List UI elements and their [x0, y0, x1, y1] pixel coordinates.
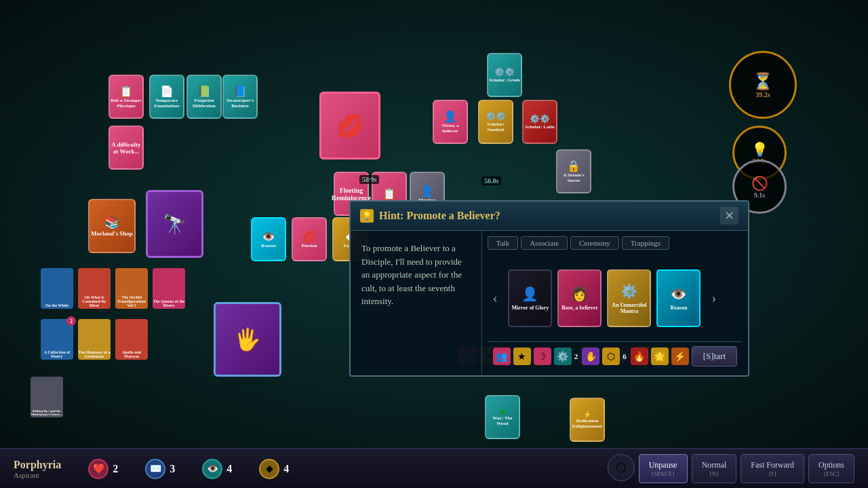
- card-telescope[interactable]: 🔭: [146, 190, 203, 258]
- normal-button[interactable]: Normal [N]: [692, 454, 737, 483]
- card-hand[interactable]: 🖐️: [214, 302, 281, 377]
- hint-icon-hand: ✋: [582, 348, 599, 365]
- player-title: Aspirant: [14, 471, 61, 479]
- hint-card-mirror[interactable]: 👤 Mirror of Glory: [508, 269, 552, 327]
- book-contained[interactable]: On What is Contained By Silver: [78, 268, 111, 309]
- card-sexton-secret[interactable]: 🔒 A Sexton's Secret: [556, 149, 591, 193]
- card-passion-board[interactable]: 💋 Passion: [292, 217, 327, 261]
- hint-icon-bolt: ⚡: [671, 348, 689, 365]
- book-killing-rye[interactable]: Killing Rye and the Matrimony's Grove...: [31, 377, 63, 417]
- book-apollo[interactable]: Apollo and Marsyas: [115, 319, 148, 360]
- timer-float: 58·9s: [359, 175, 379, 184]
- passion-icon: ✉️: [145, 459, 165, 479]
- unpause-button[interactable]: Unpause [SPACE]: [639, 454, 688, 483]
- health-value: 2: [113, 463, 118, 475]
- bottom-bar: Porphyria Aspirant ❤️ 2 ✉️ 3 👁️ 4 ◆ 4 ⬡ …: [0, 448, 868, 488]
- hint-icon-yellow: ★: [513, 348, 531, 365]
- card-forgotten-mthbraism[interactable]: 📗 Forgotten Mthbraism: [186, 75, 222, 119]
- book-on-white[interactable]: On the White: [41, 268, 73, 309]
- funds-icon: ◆: [259, 459, 279, 479]
- hint-nav-right[interactable]: ›: [706, 288, 722, 309]
- tab-talk[interactable]: Talk: [488, 236, 518, 250]
- start-button[interactable]: [S]tart: [692, 346, 737, 367]
- health-icon: ❤️: [88, 459, 108, 479]
- card-morlands-shop[interactable]: 📚 Morland's Shop: [88, 199, 136, 253]
- player-info: Porphyria Aspirant: [14, 459, 61, 479]
- hint-modal: 💡 Hint: Promote a Believer? ✕ To promote…: [349, 200, 749, 377]
- card-lips[interactable]: 💋: [319, 92, 380, 159]
- card-reason-board[interactable]: 👁️ Reason: [251, 217, 286, 261]
- book-orchid[interactable]: The Orchid Transfigurations Vol 1: [115, 268, 148, 309]
- player-name: Porphyria: [14, 459, 61, 471]
- hint-body: To promote a Believer to a Disciple, I'l…: [351, 231, 748, 376]
- hint-cards-row: ‹ 👤 Mirror of Glory 👩 Rose, a believer ⚙…: [488, 255, 743, 341]
- stat-health: ❤️ 2: [88, 459, 118, 479]
- hint-nav-left[interactable]: ‹: [488, 288, 503, 309]
- card-victor[interactable]: 👤 Victor, a believer: [433, 100, 468, 144]
- book-poetry[interactable]: A Collection of Poetry 2: [41, 319, 73, 360]
- hint-icon-pink: 👥: [493, 348, 511, 365]
- hint-icon-moon: ☽: [534, 348, 551, 365]
- options-button[interactable]: Options [ESC]: [808, 454, 854, 483]
- fast-forward-button[interactable]: Fast Forward [F]: [741, 454, 804, 483]
- card-difficulty[interactable]: A difficulty at Work...: [108, 126, 144, 170]
- hint-cards-area: Talk Associate Ceremony Trappings ‹ 👤 Mi…: [482, 231, 748, 376]
- reason-icon: 👁️: [202, 459, 222, 479]
- button-bar: ⬡ Unpause [SPACE] Normal [N] Fast Forwar…: [608, 454, 854, 483]
- card-scholar-latin[interactable]: ⚙️⚙️ Scholar: Latin: [522, 100, 557, 144]
- card-dedication[interactable]: ⚡ Dedication Enlightenment: [570, 398, 605, 442]
- reason-value: 4: [226, 463, 232, 475]
- hint-card-mantra[interactable]: ⚙️ An Unmerciful Mantra: [607, 269, 651, 327]
- hint-title: Hint: Promote a Believer?: [379, 210, 500, 222]
- card-scholar-greek[interactable]: ⚙️⚙️ Scholar: Greek: [487, 53, 522, 97]
- stat-funds: ◆ 4: [259, 459, 289, 479]
- tab-trappings[interactable]: Trappings: [622, 236, 669, 250]
- timer-center: 56.0s: [481, 176, 501, 185]
- hint-icon-star2: 🌟: [651, 348, 669, 365]
- card-way-wood[interactable]: 🌲 Way: The Wood: [485, 395, 520, 439]
- hint-header: 💡 Hint: Promote a Believer? ✕: [351, 202, 748, 231]
- book-queens[interactable]: The Queens of the Rivers: [153, 268, 185, 309]
- hint-icon-hex: ⬡: [602, 348, 620, 365]
- card-scholar-sanskrit[interactable]: ⚙️⚙️ Scholar: Sanskrit: [478, 100, 513, 144]
- ritual-button[interactable]: ⬡: [608, 454, 635, 481]
- timer-hourglass: ⏳ 39.2s: [729, 51, 797, 119]
- hint-card-reason[interactable]: 👁️ Reason: [656, 269, 701, 327]
- hint-tabs: Talk Associate Ceremony Trappings: [488, 236, 743, 250]
- hint-text: To promote a Believer to a Disciple, I'l…: [351, 231, 482, 376]
- funds-value: 4: [283, 463, 289, 475]
- hint-count-1: 2: [574, 352, 578, 360]
- hint-close-button[interactable]: ✕: [720, 207, 738, 225]
- tab-ceremony[interactable]: Ceremony: [570, 236, 619, 250]
- hint-icon: 💡: [360, 209, 374, 223]
- tab-associate[interactable]: Associate: [521, 236, 568, 250]
- card-temporary-foundations[interactable]: 📄 Temporary Foundations: [149, 75, 184, 119]
- game-board: 📋 Belt a Stranger Physique 📄 Temporary F…: [0, 0, 868, 448]
- hint-bottom-row: 👥 ★ ☽ ⚙️ 2 ✋ ⬡ 6 🔥 🌟 ⚡ [S]tart: [488, 341, 743, 371]
- stat-passion: ✉️ 3: [145, 459, 175, 479]
- hint-icon-fire: 🔥: [631, 348, 648, 365]
- hint-icon-gear: ⚙️: [554, 348, 572, 365]
- card-stratocoper[interactable]: 📘 Stratocoper's Business: [222, 75, 258, 119]
- passion-value: 3: [170, 463, 175, 475]
- hint-count-2: 6: [623, 352, 627, 360]
- stat-reason: 👁️ 4: [202, 459, 232, 479]
- card-belt-physique[interactable]: 📋 Belt a Stranger Physique: [108, 75, 144, 119]
- book-humours[interactable]: The Humours of a Gentleman: [78, 319, 111, 360]
- hint-card-rose[interactable]: 👩 Rose, a believer: [557, 269, 601, 327]
